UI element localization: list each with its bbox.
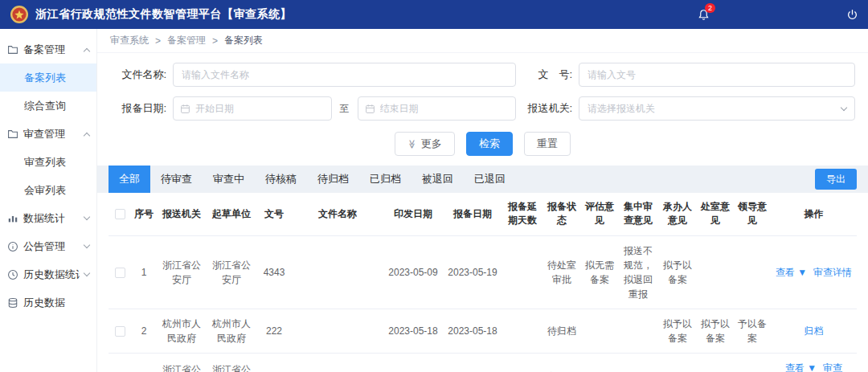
- chevron-down-icon: [84, 242, 90, 248]
- sidebar-item-label: 公告管理: [23, 239, 65, 254]
- tab-pending-review[interactable]: 待审查: [150, 166, 203, 193]
- start-date-field[interactable]: [195, 103, 325, 114]
- end-date-field[interactable]: [380, 103, 510, 114]
- main-content: 审查系统 > 备案管理 > 备案列表 文件名称: 文 号:: [97, 29, 868, 372]
- table-row: 2 杭州市人民政府 杭州市人民政府 222 2023-05-18 2023-05…: [108, 309, 857, 353]
- logout-power-icon[interactable]: [846, 9, 858, 21]
- tab-pending-draft-check[interactable]: 待核稿: [255, 166, 307, 193]
- cell-doc-number: 1: [256, 353, 292, 372]
- sidebar-item-label: 历史数据: [23, 296, 65, 310]
- tab-all[interactable]: 全部: [108, 166, 150, 193]
- report-org-select[interactable]: 请选择报送机关: [579, 96, 855, 121]
- review-link[interactable]: 审查: [823, 361, 842, 372]
- cell-eval-opinion: [581, 309, 618, 353]
- cell-status: 待归档: [542, 309, 581, 353]
- cell-delay-days: [502, 353, 542, 372]
- tab-archived[interactable]: 已归档: [359, 166, 411, 193]
- chart-icon: [7, 213, 18, 224]
- cell-leader-opinion: 予以备案: [734, 309, 771, 353]
- row-checkbox[interactable]: [115, 326, 125, 337]
- start-date-input[interactable]: [173, 96, 332, 121]
- cell-eval-opinion: [581, 353, 618, 372]
- history-icon: [7, 269, 18, 280]
- more-button-label: 更多: [421, 137, 442, 151]
- chevron-up-icon: [84, 47, 90, 54]
- cell-file-name: [292, 235, 383, 309]
- sidebar-item-comprehensive-query[interactable]: 综合查询: [0, 92, 96, 120]
- col-doc-number: 文号: [256, 193, 292, 235]
- col-handler-opinion: 承办人意见: [658, 193, 697, 235]
- view-dropdown-link[interactable]: 查看 ▼: [785, 361, 817, 372]
- cell-handler-opinion: 拟予以备案: [658, 309, 697, 353]
- doc-no-input[interactable]: [579, 63, 855, 87]
- end-date-input[interactable]: [358, 96, 517, 121]
- tab-returned[interactable]: 已退回: [464, 166, 516, 193]
- notification-badge: 2: [705, 3, 715, 13]
- report-date-label: 报备日期:: [110, 101, 166, 116]
- sidebar-item-filing-list[interactable]: 备案列表: [0, 63, 96, 92]
- sidebar-item-review-management[interactable]: 审查管理: [0, 120, 96, 148]
- cell-status: 待处室审批: [542, 235, 581, 309]
- row-checkbox[interactable]: [115, 268, 125, 278]
- export-button[interactable]: 导出: [815, 169, 857, 190]
- cell-central-review-opinion: [618, 353, 658, 372]
- more-button[interactable]: ≫ 更多: [395, 132, 455, 156]
- sidebar-item-label: 审查列表: [24, 155, 66, 170]
- cell-report-date: 2023-04-19: [443, 353, 502, 372]
- sidebar-item-label: 数据统计: [23, 211, 65, 226]
- file-name-label: 文件名称:: [110, 67, 166, 82]
- sidebar-item-filing-management[interactable]: 备案管理: [0, 35, 96, 63]
- reset-button[interactable]: 重置: [524, 132, 571, 156]
- col-office-opinion: 处室意见: [697, 193, 734, 235]
- breadcrumb-item[interactable]: 审查系统: [110, 34, 149, 47]
- sidebar-item-review-list[interactable]: 审查列表: [0, 148, 96, 176]
- sidebar-item-history-data[interactable]: 历史数据: [0, 288, 96, 317]
- cell-report-org: 杭州市人民政府: [157, 309, 207, 353]
- sidebar-nav: 备案管理 备案列表 综合查询 审查管理 审查列表 会审列表 数据: [0, 29, 97, 372]
- tab-pending-archive[interactable]: 待归档: [307, 166, 359, 193]
- doc-no-label: 文 号:: [516, 67, 572, 82]
- cell-issue-date: 2023-05-18: [383, 309, 443, 353]
- cell-draft-unit: 杭州市人民政府: [207, 309, 256, 353]
- tab-in-review[interactable]: 审查中: [203, 166, 255, 193]
- breadcrumb-separator: >: [155, 35, 161, 47]
- tab-being-returned[interactable]: 被退回: [411, 166, 464, 193]
- filing-table: 序号 报送机关 起草单位 文号 文件名称 印发日期 报备日期 报备延期天数 报备…: [108, 193, 857, 372]
- status-tab-bar: 全部 待审查 审查中 待核稿 待归档 已归档 被退回 已退回 导出: [97, 166, 868, 193]
- cell-doc-number: 4343: [256, 235, 292, 309]
- select-placeholder: 请选择报送机关: [588, 102, 841, 116]
- calendar-icon: [365, 104, 375, 114]
- review-detail-link[interactable]: 审查详情: [813, 265, 852, 280]
- breadcrumb: 审查系统 > 备案管理 > 备案列表: [97, 29, 868, 53]
- search-button[interactable]: 检索: [466, 132, 513, 156]
- select-all-checkbox[interactable]: [115, 209, 125, 219]
- cell-serial: 1: [131, 235, 157, 309]
- notification-bell-icon[interactable]: 2: [698, 9, 710, 21]
- app-root: 浙江省行政规范性文件数智管理平台【审查系统】 2 备案管理 备案列表 综合查询: [0, 0, 868, 372]
- breadcrumb-separator: >: [212, 35, 218, 47]
- sidebar-item-label: 综合查询: [24, 99, 66, 113]
- file-name-input[interactable]: [173, 63, 516, 87]
- cell-leader-opinion: [734, 235, 771, 309]
- cell-delay-days: [502, 309, 542, 353]
- archive-link[interactable]: 归档: [805, 324, 824, 338]
- table-row: 1 浙江省公安厅 浙江省公安厅 4343 2023-05-09 2023-05-…: [108, 235, 857, 309]
- sidebar-item-history-statistics[interactable]: 历史数据统计: [0, 260, 96, 288]
- chevron-down-icon: [84, 214, 90, 220]
- col-draft-unit: 起草单位: [207, 193, 256, 235]
- date-range-separator: 至: [340, 102, 350, 116]
- cell-handler-opinion: [658, 353, 697, 372]
- col-report-org: 报送机关: [157, 193, 207, 235]
- col-serial: 序号: [131, 193, 157, 235]
- sidebar-item-joint-review-list[interactable]: 会审列表: [0, 176, 96, 204]
- cell-issue-date: 2023-05-09: [383, 235, 443, 309]
- view-dropdown-link[interactable]: 查看 ▼: [776, 265, 807, 280]
- cell-serial: 2: [131, 309, 157, 353]
- breadcrumb-item[interactable]: 备案管理: [167, 34, 206, 47]
- cell-report-date: 2023-05-19: [443, 235, 502, 309]
- sidebar-item-data-statistics[interactable]: 数据统计: [0, 204, 96, 232]
- col-delay-days: 报备延期天数: [502, 193, 542, 235]
- col-central-review-opinion: 集中审查意见: [618, 193, 658, 235]
- sidebar-item-announcement-management[interactable]: 公告管理: [0, 232, 96, 260]
- chevron-down-icon: [84, 270, 90, 276]
